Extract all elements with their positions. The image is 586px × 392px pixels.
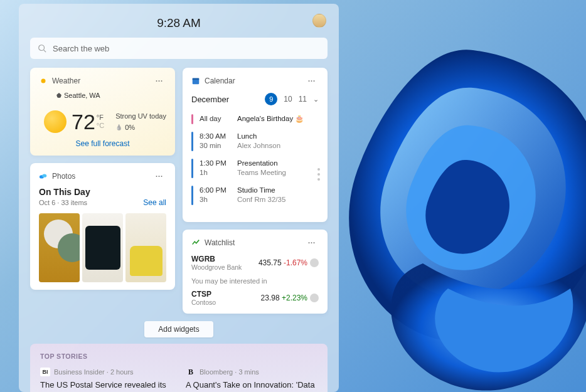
photos-more-button[interactable]: ··· [152, 169, 166, 183]
watchlist-note: You may be interested in [191, 277, 319, 285]
change-badge-icon [310, 294, 319, 302]
svg-point-2 [41, 79, 46, 83]
calendar-events: All day Angela's Birthday 🎂 8:30 AM30 mi… [191, 114, 319, 205]
calendar-day[interactable]: 10 [284, 95, 292, 103]
weather-icon [39, 77, 48, 85]
news-header: TOP STORIES [40, 352, 317, 360]
desktop-wallpaper [310, 25, 586, 392]
calendar-widget[interactable]: Calendar ··· December 9 10 11 ⌄ [183, 68, 328, 222]
scroll-indicator [317, 168, 320, 181]
weather-widget[interactable]: Weather ··· Seattle, WA 72 °F °C [30, 68, 175, 156]
user-avatar[interactable] [312, 14, 326, 28]
photo-thumbnail[interactable] [125, 213, 166, 282]
news-item[interactable]: B Bloomberg · 3 mins A Quant's Take on I… [186, 368, 317, 392]
clock: 9:28 AM [157, 16, 201, 30]
calendar-month: December [191, 95, 229, 104]
photo-strip [39, 213, 166, 282]
watchlist-widget[interactable]: Watchlist ··· WGRB Woodgrove Bank 435.75… [183, 230, 328, 314]
photos-meta: Oct 6 · 33 items [39, 199, 87, 206]
calendar-event[interactable]: 6:00 PM3h Studio TimeConf Rm 32/35 [191, 186, 319, 205]
weather-more-button[interactable]: ··· [152, 74, 166, 88]
change-badge-icon [310, 258, 319, 267]
photos-heading: On This Day [39, 187, 166, 197]
weather-temp: 72 [72, 111, 95, 132]
calendar-event[interactable]: 8:30 AM30 min LunchAlex Johnson [191, 132, 319, 151]
widgets-panel: 9:28 AM Search the web Weather ··· Seatt… [19, 4, 339, 392]
news-source-badge: B [186, 368, 196, 376]
calendar-day-selected[interactable]: 9 [265, 93, 277, 105]
watchlist-title: Watchlist [205, 238, 235, 247]
search-icon [38, 44, 46, 53]
photo-thumbnail[interactable] [82, 213, 123, 282]
svg-point-4 [42, 174, 46, 177]
weather-location: Seattle, WA [56, 92, 166, 99]
event-color-bar [191, 159, 193, 178]
weather-precip: 0% [115, 124, 166, 131]
photos-widget[interactable]: Photos ··· On This Day Oct 6 · 33 items … [30, 163, 175, 290]
search-placeholder: Search the web [53, 44, 109, 53]
calendar-icon [191, 77, 200, 85]
event-color-bar [191, 114, 193, 124]
news-section: TOP STORIES BI Business Insider · 2 hour… [30, 344, 328, 392]
news-item[interactable]: BI Business Insider · 2 hours The US Pos… [40, 368, 172, 392]
calendar-title: Calendar [205, 77, 235, 85]
news-headline: A Quant's Take on Innovation: 'Data Can … [186, 379, 317, 392]
photos-title: Photos [52, 172, 75, 181]
svg-rect-6 [193, 78, 200, 80]
photo-thumbnail[interactable] [39, 213, 80, 282]
watchlist-icon [191, 238, 200, 247]
weather-units: °F °C [97, 114, 104, 130]
watchlist-row[interactable]: CTSP Contoso 23.98 +2.23% [191, 290, 319, 306]
photos-see-all-link[interactable]: See all [143, 198, 166, 207]
add-widgets-button[interactable]: Add widgets [144, 321, 213, 337]
watchlist-more-button[interactable]: ··· [305, 236, 319, 250]
event-color-bar [191, 132, 193, 151]
weather-title: Weather [52, 77, 80, 85]
news-source: Business Insider · 2 hours [54, 368, 134, 377]
sun-icon [44, 110, 67, 133]
news-source: Bloomberg · 3 mins [200, 368, 259, 377]
calendar-more-button[interactable]: ··· [305, 74, 319, 88]
forecast-link[interactable]: See full forecast [39, 139, 166, 148]
photos-icon [39, 172, 48, 181]
news-source-badge: BI [40, 368, 50, 376]
svg-line-1 [44, 50, 46, 53]
calendar-day[interactable]: 11 [299, 95, 307, 103]
calendar-event[interactable]: All day Angela's Birthday 🎂 [191, 114, 319, 124]
calendar-event[interactable]: 1:30 PM1h PresentationTeams Meeting [191, 159, 319, 178]
chevron-down-icon[interactable]: ⌄ [313, 95, 319, 103]
watchlist-row[interactable]: WGRB Woodgrove Bank 435.75 -1.67% [191, 255, 319, 271]
event-color-bar [191, 186, 193, 205]
search-bar[interactable]: Search the web [30, 38, 328, 59]
news-headline: The US Postal Service revealed its first… [40, 379, 172, 392]
svg-point-0 [39, 45, 45, 51]
weather-condition: Strong UV today [115, 112, 166, 120]
